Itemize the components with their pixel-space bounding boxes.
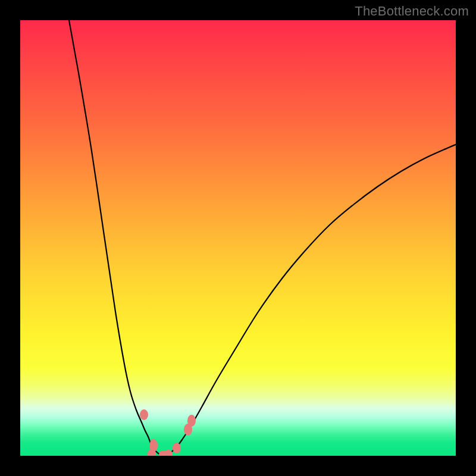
data-marker bbox=[173, 443, 181, 453]
attribution-label: TheBottleneck.com bbox=[355, 4, 469, 19]
plot-area bbox=[20, 20, 456, 456]
data-marker bbox=[148, 449, 156, 456]
data-marker bbox=[164, 450, 173, 456]
data-marker bbox=[187, 415, 196, 427]
outer-frame: TheBottleneck.com bbox=[0, 0, 476, 476]
data-marker bbox=[140, 409, 148, 420]
marker-layer bbox=[20, 20, 456, 456]
